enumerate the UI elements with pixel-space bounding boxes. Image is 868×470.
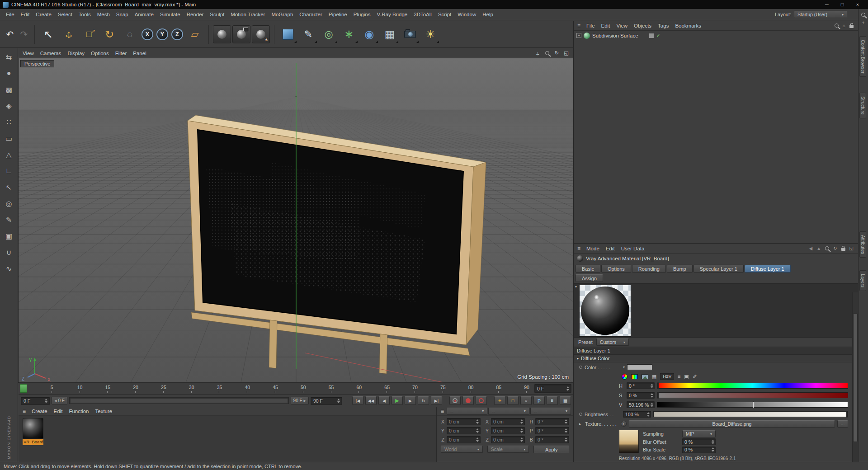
menu-item[interactable]: Character [296, 10, 326, 19]
saturation-field[interactable]: 0 % [627, 392, 655, 399]
viewport-label[interactable]: Perspective [20, 60, 54, 67]
left-tool-icon[interactable]: ◈ [2, 99, 16, 113]
menu-item[interactable]: Script [435, 10, 454, 19]
object-manager-menu-item[interactable]: View [613, 22, 631, 30]
y-axis-lock-toggle[interactable]: Y [156, 28, 168, 40]
tab-basic[interactable]: Basic [576, 265, 600, 273]
keyframe-parameter-toggle[interactable]: P [533, 396, 545, 405]
tab-assign[interactable]: Assign [576, 274, 603, 282]
sampling-dropdown[interactable]: MIP▾ [682, 430, 716, 437]
move-tool[interactable]: ↔↕ [59, 25, 78, 44]
viewport-menu-item[interactable]: Panel [130, 49, 149, 57]
eyedropper-icon[interactable]: ✎ [693, 374, 697, 380]
color-popup-icon[interactable]: ▾ [623, 365, 625, 369]
viewport-menu-item[interactable]: Display [64, 49, 88, 57]
value-field[interactable]: 50.196 % [627, 401, 655, 408]
goto-start-button[interactable]: |◀ [352, 396, 363, 405]
range-start-field[interactable]: 0 F [21, 397, 50, 405]
tab-diffuse-layer-1[interactable]: Diffuse Layer 1 [745, 265, 791, 273]
tab-options[interactable]: Options [601, 265, 631, 273]
left-tool-icon[interactable]: ◎ [2, 197, 16, 210]
size-y-field[interactable]: 0 cm [491, 427, 525, 434]
object-row[interactable]: + Subdivision Surface ✓ [574, 31, 858, 40]
color-sliders-icon[interactable]: ≡ [678, 374, 680, 379]
range-start-handle[interactable]: ◀0 F [52, 397, 67, 404]
menu-item[interactable]: Tools [75, 10, 94, 19]
menu-item[interactable]: MoGraph [268, 10, 296, 19]
redo-button[interactable]: ↷ [18, 28, 30, 41]
viewport-menu-item[interactable]: Filter [112, 49, 130, 57]
menu-item[interactable]: Pipeline [326, 10, 350, 19]
previous-key-button[interactable]: ◀◀ [365, 396, 377, 405]
left-tool-icon[interactable]: ⇆ [2, 50, 16, 64]
menu-item[interactable]: Plugins [350, 10, 374, 19]
left-tool-icon[interactable]: ∟ [2, 164, 16, 178]
render-picture-viewer-button[interactable] [232, 25, 250, 43]
brightness-field[interactable]: 100 % [623, 411, 651, 418]
scale-tool[interactable]: □↗ [80, 25, 99, 44]
dock-tab-structure[interactable]: Structure [859, 93, 866, 118]
play-button[interactable]: ▶ [392, 396, 403, 405]
attribute-menu-item[interactable]: Mode [583, 244, 603, 253]
dock-tab-layers[interactable]: Layers [859, 270, 866, 291]
blur-offset-field[interactable]: 0 % [682, 438, 716, 445]
preview-range-track[interactable] [69, 397, 289, 404]
pan-view-icon[interactable]: ↔↕ [534, 50, 542, 56]
close-button[interactable]: × [850, 0, 865, 9]
subsection-diffuse-color[interactable]: ▾ Diffuse Color [574, 355, 858, 362]
menu-item[interactable]: Help [479, 10, 496, 19]
autokey-button[interactable] [476, 396, 487, 405]
object-name-label[interactable]: Subdivision Surface [592, 33, 638, 38]
menu-item[interactable]: Animate [132, 10, 157, 19]
position-header-dropdown[interactable]: --▾ [447, 408, 487, 415]
object-manager-menu-item[interactable]: Tags [655, 22, 672, 30]
up-icon[interactable]: ▲ [816, 246, 821, 251]
left-tool-icon[interactable]: ▭ [2, 132, 16, 145]
x-axis-lock-toggle[interactable]: X [142, 28, 153, 40]
goto-end-button[interactable]: ▶| [431, 396, 442, 405]
search-icon[interactable] [861, 13, 865, 17]
loop-mode-button[interactable]: ↻ [418, 396, 429, 405]
texture-expander-icon[interactable]: ▸ [579, 422, 583, 426]
expand-icon[interactable]: + [576, 33, 581, 38]
floor-button[interactable]: ▦ [380, 25, 399, 44]
tab-rounding[interactable]: Rounding [632, 265, 666, 273]
menu-item[interactable]: Sculpt [207, 10, 227, 19]
search-icon[interactable] [825, 246, 829, 250]
material-menu-item[interactable]: Function [66, 407, 92, 415]
last-used-tool[interactable]: ◌ [120, 25, 139, 44]
range-end-field[interactable]: 90 F [311, 397, 342, 405]
menu-item[interactable]: Mesh [94, 10, 113, 19]
keyframe-dot-icon[interactable] [579, 413, 582, 416]
coordinate-space-dropdown[interactable]: World▾ [441, 446, 483, 453]
add-cube-button[interactable] [278, 25, 297, 44]
material-menu-item[interactable]: Texture [92, 407, 115, 415]
color-swatches-icon[interactable]: ▦ [652, 374, 656, 380]
left-tool-icon[interactable]: ● [2, 66, 16, 80]
next-frame-button[interactable]: ▶ [405, 396, 416, 405]
viewport-perspective[interactable]: Y X Z Perspective Grid Spacing : 100 cm [19, 58, 573, 382]
menu-item[interactable]: 3DToAll [410, 10, 435, 19]
toggle-view-icon[interactable]: ◱ [562, 50, 570, 56]
scale-mode-dropdown[interactable]: Scale▾ [487, 446, 529, 453]
keyframe-rotation-toggle[interactable]: ○ [520, 396, 532, 405]
layout-selector[interactable]: Startup (User) ▾ [794, 11, 847, 18]
rotate-tool[interactable]: ↻ [100, 25, 119, 44]
blur-scale-field[interactable]: 0 % [682, 446, 716, 453]
scrollbar-thumb[interactable] [853, 313, 858, 442]
stepper-icon[interactable] [566, 386, 570, 391]
hue-slider[interactable] [657, 383, 848, 389]
keyframe-scale-toggle[interactable]: □ [507, 396, 519, 405]
rotation-b-field[interactable]: 0 ° [535, 436, 569, 443]
preview-expander-icon[interactable]: ▾ [575, 285, 577, 289]
size-x-field[interactable]: 0 cm [491, 418, 525, 425]
minimize-button[interactable]: ─ [819, 0, 835, 9]
color-wheel-icon[interactable] [622, 374, 627, 380]
apply-button[interactable]: Apply [533, 446, 569, 453]
back-icon[interactable]: ◀ [809, 246, 813, 251]
texture-file-button[interactable]: Board_Diffuse.png [629, 420, 835, 428]
left-tool-icon[interactable]: △ [2, 148, 16, 161]
zoom-view-icon[interactable] [543, 50, 551, 56]
coordinate-system-toggle[interactable]: ▱ [185, 25, 204, 44]
rotation-p-field[interactable]: 0 ° [535, 427, 569, 434]
